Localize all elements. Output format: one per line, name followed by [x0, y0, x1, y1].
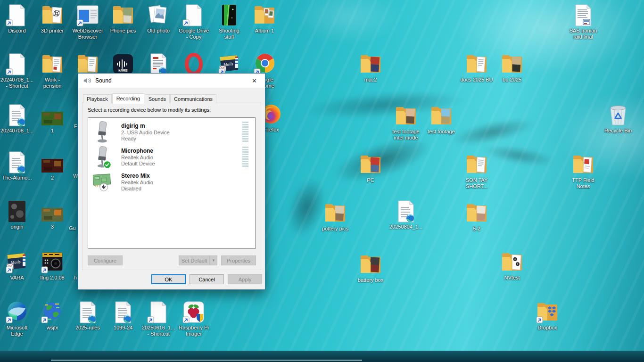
- cancel-button[interactable]: Cancel: [190, 274, 224, 284]
- recording-device-list[interactable]: digirig m 2- USB Audio Device Ready Micr…: [88, 117, 256, 249]
- folder-album-icon: [244, 4, 285, 26]
- desktop-icon-label: 20250804_1...: [386, 224, 426, 230]
- desktop-icon-label: Album 1: [244, 28, 285, 34]
- chevron-down-icon: ▼: [212, 258, 215, 263]
- desktop-icon-webdiscover-browser[interactable]: WebDiscover Browser: [67, 4, 108, 40]
- desktop-icon-test-footage[interactable]: test footage: [421, 105, 462, 135]
- level-meter: [242, 122, 248, 142]
- tab-recording[interactable]: Recording: [112, 93, 144, 104]
- desktop-icon-image-1[interactable]: 1: [32, 104, 73, 134]
- desktop-icon-label: SON TAY SHORT...: [456, 177, 497, 189]
- desktop-icon-label: bu 2025: [492, 77, 532, 83]
- desktop-icon-label: Raspberry Pi Imager: [173, 325, 214, 337]
- desktop-icon-3d-printer[interactable]: 3D printer: [32, 4, 73, 34]
- dialog-titlebar[interactable]: Sound ✕: [78, 74, 265, 88]
- set-default-button[interactable]: Set Default: [179, 255, 210, 265]
- desktop-icon-label: Recycle Bin: [598, 128, 638, 134]
- desktop-icon-label: 20250616_1... - Shortcut: [138, 325, 179, 337]
- desktop-icon-nvtest[interactable]: NVtest: [492, 251, 532, 281]
- recording-instruction: Select a recording device below to modif…: [88, 107, 211, 113]
- desktop-icon-dropbox[interactable]: Dropbox: [527, 301, 568, 331]
- disabled-arrow-icon: [99, 183, 107, 190]
- desktop-icon-mac2[interactable]: mac2: [350, 53, 391, 83]
- desktop-icon-label: wsjtx: [32, 325, 73, 331]
- desktop-icon-raspberry-pi-imager[interactable]: Raspberry Pi Imager: [173, 301, 214, 337]
- raspberry-app-shortcut-icon: [173, 301, 214, 323]
- dialog-title: Sound: [95, 77, 112, 84]
- desktop-icon-ttp-field-notes[interactable]: TTP Field Notes: [563, 153, 603, 189]
- set-default-dropdown-button[interactable]: ▼: [210, 255, 217, 265]
- partially-hidden-icon-label: h: [74, 275, 77, 281]
- desktop-icon-shooting-stuff[interactable]: Shooting stuff: [209, 4, 249, 40]
- desktop-icon-label: SAS Iranian raid final: [563, 28, 603, 40]
- desktop-icon-label: pottery pics: [315, 226, 355, 232]
- wallpaper-light-line: [51, 360, 362, 361]
- desktop-icon-label: docs 2025 BU: [456, 77, 497, 83]
- wallpaper-light-streak: [273, 0, 424, 57]
- folder-photo-icon: [315, 202, 355, 224]
- desktop-icon-label: 3D printer: [32, 28, 73, 34]
- desktop-icon-flrig[interactable]: flrig 2.0.08: [32, 251, 73, 281]
- desktop-icon-5-2[interactable]: 5-2: [456, 202, 497, 232]
- tab-communications[interactable]: Communications: [170, 94, 216, 103]
- folder-photo-icon: [421, 105, 462, 127]
- desktop-icon-sas-iranian-raid-final[interactable]: SAS Iranian raid final: [563, 4, 603, 40]
- device-row-microphone[interactable]: Microphone Realtek Audio Default Device: [88, 146, 255, 170]
- device-name: digirig m: [121, 123, 145, 129]
- desktop-icon-docs-2025-bu[interactable]: docs 2025 BU: [456, 53, 497, 83]
- desktop-icon-2025-rules[interactable]: 2025-rules: [67, 301, 108, 331]
- desktop-icon-bu-2025[interactable]: bu 2025: [492, 53, 532, 83]
- configure-button[interactable]: Configure: [88, 255, 123, 265]
- desktop-icon-label: Google Drive - Copy: [173, 28, 214, 40]
- desktop-icon-google-drive-copy[interactable]: Google Drive - Copy: [173, 4, 214, 40]
- tab-sounds[interactable]: Sounds: [145, 94, 170, 103]
- desktop-icon-recycle-bin[interactable]: Recycle Bin: [598, 104, 638, 134]
- desktop-icon-son-tay-short[interactable]: SON TAY SHORT...: [456, 153, 497, 189]
- desktop-icon-old-photo[interactable]: Old photo: [138, 4, 179, 34]
- desktop-icon-label: 1099-24: [103, 325, 143, 331]
- desktop-icon-label: battery box: [350, 277, 391, 283]
- apply-button[interactable]: Apply: [228, 274, 262, 284]
- desktop-icon-1099-24[interactable]: 1099-24: [103, 301, 143, 331]
- device-name: Microphone: [121, 148, 153, 154]
- photo-stack-icon: [138, 4, 179, 26]
- desktop-icon-image-3[interactable]: 3: [32, 200, 73, 230]
- desktop-icon-label: flrig 2.0.08: [32, 275, 73, 281]
- desktop-icon-album-1[interactable]: Album 1: [244, 4, 285, 34]
- desktop[interactable]: { "wallpaper": { "description": "underwa…: [0, 0, 644, 362]
- desktop-icon-label: Old photo: [138, 28, 179, 34]
- device-row-stereo-mix[interactable]: Stereo Mix Realtek Audio Disabled: [88, 171, 255, 195]
- desktop-icon-label: NVtest: [492, 275, 532, 281]
- tab-playback[interactable]: Playback: [83, 94, 112, 103]
- ok-button[interactable]: OK: [151, 274, 186, 284]
- device-status: Ready: [121, 136, 136, 141]
- svg-text:HAMRS: HAMRS: [118, 69, 128, 73]
- folder-docs-icon: [456, 153, 497, 176]
- desktop-icon-label: TTP Field Notes: [563, 177, 603, 189]
- desktop-icon-label: Shooting stuff: [209, 28, 249, 40]
- desktop-icon-label: PC: [350, 177, 391, 183]
- partially-hidden-icon-label: W: [73, 173, 78, 179]
- globe-app-shortcut-icon: [32, 301, 73, 323]
- chrome-app-shortcut-icon: [245, 53, 285, 75]
- folder-docs-icon: [456, 53, 497, 75]
- desktop-icon-image-2[interactable]: 2: [32, 151, 73, 181]
- properties-button[interactable]: Properties: [221, 255, 256, 265]
- edge-document-icon: [386, 200, 426, 222]
- desktop-icon-wsjtx[interactable]: wsjtx: [32, 301, 73, 331]
- desktop-icon-test-footage-intel-mode[interactable]: test footage intel mode: [386, 105, 426, 141]
- desktop-icon-phone-pics[interactable]: Phone pics: [103, 4, 143, 34]
- desktop-icon-battery-box[interactable]: battery box: [350, 253, 391, 283]
- desktop-icon-work-pension[interactable]: Work - pension: [32, 53, 73, 89]
- browser-window-shortcut-icon: [67, 4, 108, 26]
- desktop-icon-20250804-1[interactable]: 20250804_1...: [386, 200, 426, 230]
- device-status: Disabled: [121, 186, 141, 191]
- desktop-icon-20250616-1-shortcut[interactable]: 20250616_1... - Shortcut: [138, 301, 179, 337]
- desktop-icon-pc[interactable]: PC: [350, 153, 391, 183]
- device-row-digirig[interactable]: digirig m 2- USB Audio Device Ready: [88, 121, 255, 145]
- desktop-icon-pottery-pics[interactable]: pottery pics: [315, 202, 355, 232]
- desktop-icon-label: 3: [32, 224, 73, 230]
- close-icon[interactable]: ✕: [244, 74, 265, 88]
- document-shortcut-icon: [173, 4, 214, 26]
- dialog-tabs: Playback Recording Sounds Communications: [83, 93, 217, 103]
